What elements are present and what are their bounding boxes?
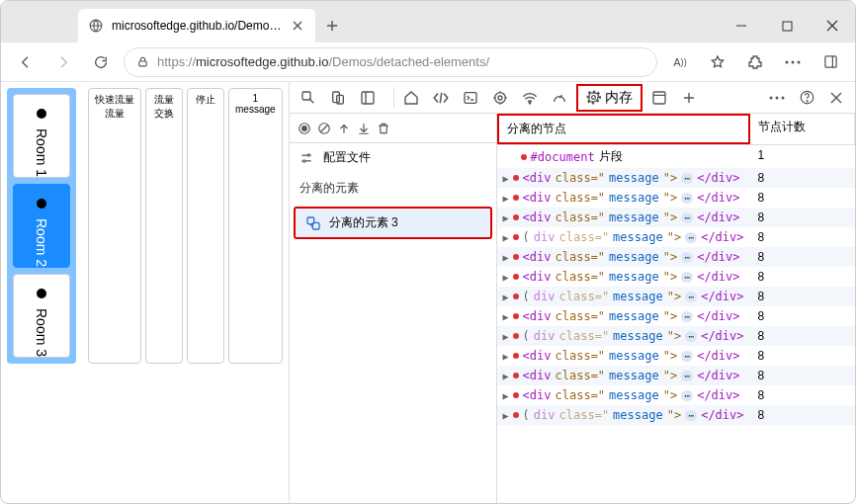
expand-icon[interactable]: ▶ [503, 390, 509, 401]
sidebar-button[interactable] [815, 47, 845, 77]
console-icon[interactable] [458, 85, 483, 111]
network-icon[interactable] [517, 85, 543, 111]
expand-icon[interactable]: ▶ [503, 351, 509, 362]
red-dot-icon [521, 154, 527, 160]
menu-button[interactable] [778, 47, 808, 77]
expand-icon[interactable]: ▶ [503, 252, 509, 263]
expand-icon[interactable]: ▶ [503, 292, 509, 302]
room-label: Room 1 [34, 128, 49, 177]
download-icon[interactable] [357, 122, 371, 135]
page-action-button[interactable]: 停止 [187, 88, 224, 364]
help-icon[interactable] [794, 85, 819, 111]
upload-icon[interactable] [337, 122, 351, 135]
close-window-button[interactable] [810, 9, 855, 42]
welcome-icon[interactable] [398, 85, 424, 111]
table-row[interactable]: ▶ <div class="message"> ⋯ </div>8 [497, 247, 855, 267]
table-row[interactable]: ▶ <div class="message"> ⋯ </div>8 [497, 188, 855, 208]
svg-rect-16 [653, 92, 665, 104]
forward-button[interactable] [48, 47, 78, 77]
table-row[interactable]: ▶ (div class="message"> ⋯ </div>8 [497, 227, 855, 247]
read-aloud-button[interactable]: A)) [665, 47, 695, 77]
url-text: https://microsoftedge.github.io/Demos/de… [157, 54, 489, 69]
col-detached-nodes[interactable]: 分离的节点 [497, 114, 750, 144]
more-tabs-button[interactable] [676, 85, 702, 111]
clear-icon[interactable] [317, 122, 331, 135]
detached-entry-label: 分离的元素 3 [329, 214, 398, 231]
trash-icon[interactable] [377, 122, 390, 135]
table-row[interactable]: ▶ <div class="message"> ⋯ </div>8 [497, 366, 855, 385]
window-controls [719, 9, 855, 42]
col-node-count[interactable]: 节点计数 [750, 114, 855, 144]
page-action-button[interactable]: 1message [228, 88, 283, 364]
back-button[interactable] [11, 47, 41, 77]
elements-icon[interactable] [428, 85, 454, 111]
expand-icon[interactable]: ▶ [503, 232, 509, 243]
expand-icon[interactable]: ▶ [503, 331, 509, 342]
red-dot-icon [513, 373, 519, 378]
red-dot-icon [513, 353, 519, 359]
svg-point-18 [776, 96, 779, 99]
table-row[interactable]: ▶ <div class="message"> ⋯ </div>8 [497, 346, 855, 366]
svg-rect-6 [824, 56, 835, 67]
panel-icon[interactable] [355, 85, 381, 111]
record-icon[interactable] [298, 122, 311, 135]
memory-tab-label: 内存 [605, 89, 633, 107]
devtools-body: 配置文件 分离的元素 分离的元素 3 分离的节点 节点计数 #document … [290, 114, 855, 503]
tab-memory[interactable]: 内存 [576, 84, 642, 112]
svg-point-19 [782, 96, 785, 99]
minimize-button[interactable] [719, 9, 764, 42]
browser-tab[interactable]: microsoftedge.github.io/Demos/c [78, 9, 315, 42]
config-row[interactable]: 配置文件 [290, 143, 496, 172]
expand-icon[interactable]: ▶ [503, 410, 509, 421]
expand-icon[interactable]: ▶ [503, 371, 509, 381]
table-row[interactable]: #document 片段1 [497, 145, 855, 168]
device-icon[interactable] [325, 85, 351, 111]
page-content: Room 1Room 2Room 3 快速流量流量流量交换停止1message [1, 82, 289, 503]
application-icon[interactable] [646, 85, 672, 111]
detached-header: 分离的元素 [290, 172, 496, 205]
url-field[interactable]: https://microsoftedge.github.io/Demos/de… [124, 47, 657, 77]
table-row[interactable]: ▶ <div class="message"> ⋯ </div>8 [497, 385, 855, 405]
lock-icon [136, 55, 149, 68]
expand-icon[interactable]: ▶ [503, 193, 509, 204]
svg-point-15 [591, 96, 595, 100]
sources-icon[interactable] [487, 85, 513, 111]
favorite-button[interactable] [703, 47, 732, 77]
table-row[interactable]: ▶ <div class="message"> ⋯ </div>8 [497, 208, 855, 227]
expand-icon[interactable]: ▶ [503, 272, 509, 283]
address-bar: https://microsoftedge.github.io/Demos/de… [1, 42, 855, 82]
detached-entry[interactable]: 分离的元素 3 [294, 207, 492, 239]
table-row[interactable]: ▶ (div class="message"> ⋯ </div>8 [497, 287, 855, 306]
refresh-button[interactable] [86, 47, 116, 77]
expand-icon[interactable]: ▶ [503, 212, 509, 223]
expand-icon[interactable]: ▶ [503, 173, 509, 184]
inspect-icon[interactable] [296, 85, 321, 111]
room-item[interactable]: Room 3 [13, 274, 70, 358]
red-dot-icon [513, 195, 519, 201]
new-tab-button[interactable] [315, 9, 349, 42]
close-icon[interactable] [290, 18, 305, 34]
table-header: 分离的节点 节点计数 [497, 114, 855, 145]
table-row[interactable]: ▶ (div class="message"> ⋯ </div>8 [497, 405, 855, 425]
red-dot-icon [513, 392, 519, 398]
devtools-right-pane: 分离的节点 节点计数 #document 片段1▶ <div class="me… [497, 114, 855, 503]
red-dot-icon [513, 175, 519, 181]
settings-toggle-icon [300, 151, 313, 165]
performance-icon[interactable] [547, 85, 572, 111]
table-row[interactable]: ▶ <div class="message"> ⋯ </div>8 [497, 267, 855, 287]
dt-close-button[interactable] [823, 85, 849, 111]
page-action-button[interactable]: 快速流量流量 [88, 88, 141, 364]
svg-point-13 [494, 92, 505, 103]
table-row[interactable]: ▶ <div class="message"> ⋯ </div>8 [497, 306, 855, 326]
extensions-button[interactable] [740, 47, 770, 77]
table-row[interactable]: ▶ (div class="message"> ⋯ </div>8 [497, 326, 855, 346]
maximize-button[interactable] [764, 9, 810, 42]
expand-icon[interactable]: ▶ [503, 311, 509, 322]
room-item[interactable]: Room 2 [13, 184, 70, 268]
svg-point-14 [529, 102, 530, 103]
table-row[interactable]: ▶ <div class="message"> ⋯ </div>8 [497, 168, 855, 188]
dt-menu-button[interactable] [764, 85, 790, 111]
room-item[interactable]: Room 1 [13, 94, 70, 178]
status-dot-icon [37, 289, 46, 298]
page-action-button[interactable]: 流量交换 [145, 88, 183, 364]
